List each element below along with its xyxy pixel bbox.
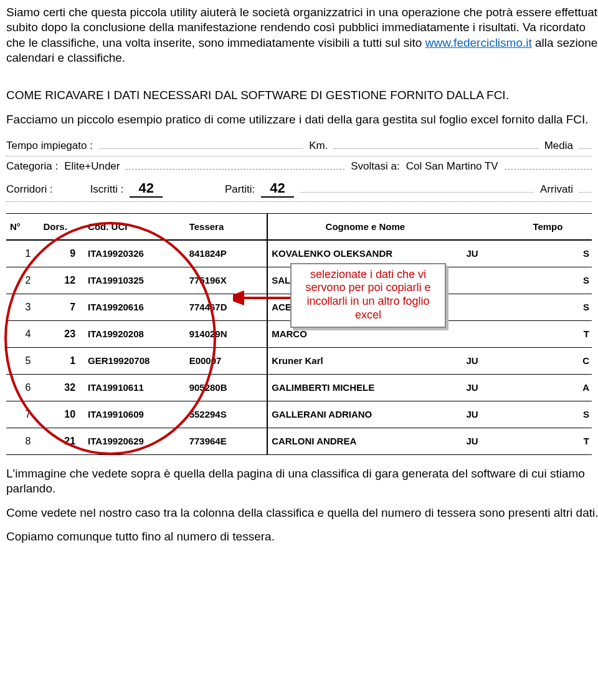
callout-box: selezionate i dati che vi servono per po… [290, 263, 446, 328]
arrivati-label: Arrivati [540, 183, 573, 196]
paragraph-columns: Come vedete nel nostro caso tra la colon… [6, 506, 598, 520]
cell-n: 8 [6, 428, 39, 454]
cell-n: 7 [6, 401, 39, 428]
col-dors: Dors. [39, 213, 84, 240]
cell-tess: 552294S [186, 401, 268, 428]
cell-tess: 775196X [186, 267, 268, 294]
cell-t: S [504, 294, 592, 320]
paragraph-copy: Copiamo comunque tutto fino al numero di… [6, 529, 598, 544]
km-label: Km. [309, 140, 328, 152]
cell-t: T [504, 428, 592, 454]
cell-uci: ITA19910609 [84, 401, 186, 428]
cell-n: 2 [6, 267, 39, 294]
cell-tess: 841824P [186, 240, 268, 267]
paragraph-image-desc: L'immagine che vedete sopra è quella del… [6, 466, 598, 497]
figure-screenshot: Tempo impiegato : Km. Media Categoria : … [6, 136, 592, 455]
cell-t: S [504, 267, 592, 294]
results-table: N° Dors. Cod. UCI Tessera Cognome e Nome… [6, 213, 592, 455]
cell-uci: ITA19920629 [84, 428, 186, 454]
cell-uci: ITA19920208 [84, 320, 186, 347]
cell-uci: ITA19920616 [84, 294, 186, 320]
cell-nome: GALLERANI ADRIANO [267, 401, 462, 428]
cell-uci: ITA19910611 [84, 374, 186, 401]
table-header-row: N° Dors. Cod. UCI Tessera Cognome e Nome… [6, 213, 592, 240]
media-label: Media [544, 140, 573, 152]
cell-c: JU [463, 401, 504, 428]
iscritti-label: Iscritti : [90, 183, 124, 196]
categoria-value: Elite+Under [64, 160, 120, 173]
col-nome: Cognome e Nome [267, 213, 462, 240]
cell-nome: CARLONI ANDREA [267, 428, 462, 454]
info-row-categoria: Categoria : Elite+Under Svoltasi a: Col … [6, 156, 592, 176]
cell-dors: 23 [39, 320, 84, 347]
cell-t: A [504, 374, 592, 401]
cell-c: JU [463, 347, 504, 374]
categoria-label: Categoria : [6, 160, 58, 173]
cell-dors: 12 [39, 267, 84, 294]
cell-c [463, 294, 504, 320]
cell-n: 6 [6, 374, 39, 401]
tempo-label: Tempo impiegato : [6, 140, 93, 152]
col-tempo: Tempo [504, 213, 592, 240]
col-blank [463, 213, 504, 240]
cell-tess: 774467D [186, 294, 268, 320]
cell-t: C [504, 347, 592, 374]
section-heading: COME RICAVARE I DATI NECESSARI DAL SOFTW… [6, 88, 598, 103]
cell-n: 3 [6, 294, 39, 320]
federciclismo-link[interactable]: www.federciclismo.it [425, 36, 532, 49]
paragraph-intro: Siamo certi che questa piccola utility a… [6, 5, 598, 65]
partiti-label: Partiti: [225, 183, 255, 196]
cell-c [463, 320, 504, 347]
info-row-corridori: Corridori : Iscritti : 42 Partiti: 42 Ar… [6, 176, 592, 202]
cell-t: T [504, 320, 592, 347]
cell-dors: 10 [39, 401, 84, 428]
col-tessera: Tessera [186, 213, 268, 240]
cell-tess: 773964E [186, 428, 268, 454]
table-row: 632ITA19910611905280BGALIMBERTI MICHELEJ… [6, 374, 592, 401]
corridori-label: Corridori : [6, 183, 53, 196]
svoltasi-label: Svoltasi a: [351, 160, 399, 173]
cell-dors: 32 [39, 374, 84, 401]
cell-dors: 7 [39, 294, 84, 320]
cell-n: 5 [6, 347, 39, 374]
cell-tess: E00007 [186, 347, 268, 374]
cell-uci: ITA19920326 [84, 240, 186, 267]
svoltasi-value: Col San Martino TV [406, 160, 498, 173]
cell-n: 1 [6, 240, 39, 267]
cell-c: JU [463, 240, 504, 267]
cell-dors: 9 [39, 240, 84, 267]
cell-uci: ITA19910325 [84, 267, 186, 294]
cell-tess: 914029N [186, 320, 268, 347]
cell-t: S [504, 401, 592, 428]
iscritti-value: 42 [130, 180, 162, 198]
cell-dors: 21 [39, 428, 84, 454]
info-row-tempo: Tempo impiegato : Km. Media [6, 136, 592, 156]
cell-c: JU [463, 428, 504, 454]
table-row: 51GER19920708E00007Kruner KarlJUC [6, 347, 592, 374]
partiti-value: 42 [261, 180, 293, 198]
cell-dors: 1 [39, 347, 84, 374]
cell-t: S [504, 240, 592, 267]
cell-c: JU [463, 374, 504, 401]
col-uci: Cod. UCI [84, 213, 186, 240]
table-row: 710ITA19910609552294SGALLERANI ADRIANOJU… [6, 401, 592, 428]
cell-nome: GALIMBERTI MICHELE [267, 374, 462, 401]
table-row: 821ITA19920629773964ECARLONI ANDREAJUT [6, 428, 592, 454]
paragraph-example: Facciamo un piccolo esempio pratico di c… [6, 112, 598, 127]
cell-c [463, 267, 504, 294]
cell-n: 4 [6, 320, 39, 347]
cell-tess: 905280B [186, 374, 268, 401]
col-n: N° [6, 213, 39, 240]
cell-nome: Kruner Karl [267, 347, 462, 374]
cell-uci: GER19920708 [84, 347, 186, 374]
